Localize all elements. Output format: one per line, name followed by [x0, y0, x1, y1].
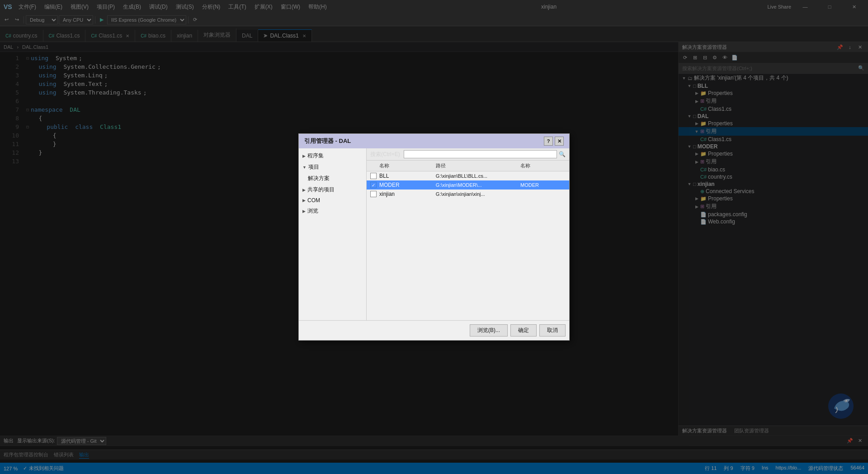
- bll-name: BLL: [379, 173, 436, 179]
- dialog-title-controls: ? ✕: [544, 137, 564, 146]
- dialog-help-button[interactable]: ?: [544, 137, 553, 146]
- col-name-header: 名称: [379, 162, 436, 169]
- dlg-browse-arrow: ▶: [302, 209, 306, 213]
- ok-button[interactable]: 确定: [510, 324, 537, 337]
- dlg-browse[interactable]: ▶ 浏览: [299, 205, 366, 217]
- xinjian-checkbox[interactable]: [370, 191, 377, 197]
- reference-manager-dialog: 引用管理器 - DAL ? ✕ ▶ 程序集 ▼ 项目 解决方案: [298, 133, 570, 341]
- dlg-item-moder[interactable]: ✓ MODER G:\xinjian\MODER\... MODER: [367, 180, 569, 190]
- dlg-com[interactable]: ▶ COM: [299, 195, 366, 205]
- dialog-item-list: BLL G:\xinjian\BLL\BLL.cs... ✓ MODER G:\…: [367, 171, 569, 320]
- dlg-assemblies[interactable]: ▶ 程序集: [299, 150, 366, 161]
- col-path-header: 路径: [436, 162, 520, 169]
- dialog-right-panel: 搜索(Ctrl+E) 🔍 名称 路径 名称 BLL G:\xinjian\BLL…: [367, 148, 569, 320]
- dialog-search-icon: 🔍: [559, 151, 566, 157]
- dialog-table-header: 名称 路径 名称: [367, 161, 569, 171]
- xinjian-path: G:\xinjian\xinjian\xinj...: [436, 191, 520, 197]
- bll-path: G:\xinjian\BLL\BLL.cs...: [436, 173, 520, 179]
- moder-path: G:\xinjian\MODER\...: [436, 182, 520, 188]
- dlg-arrow-icon: ▶: [302, 154, 306, 158]
- dialog-overlay: 引用管理器 - DAL ? ✕ ▶ 程序集 ▼ 项目 解决方案: [0, 0, 868, 474]
- dlg-item-xinjian[interactable]: xinjian G:\xinjian\xinjian\xinj...: [367, 190, 569, 199]
- moder-folder: MODER: [520, 182, 566, 188]
- dlg-item-bll[interactable]: BLL G:\xinjian\BLL\BLL.cs...: [367, 171, 569, 180]
- moder-checkbox[interactable]: ✓: [370, 182, 377, 188]
- dialog-left-tree: ▶ 程序集 ▼ 项目 解决方案 ▶ 共享的项目 ▶ COM: [299, 148, 367, 320]
- moder-name: MODER: [379, 182, 436, 188]
- dlg-com-arrow: ▶: [302, 198, 306, 203]
- cancel-button[interactable]: 取消: [539, 324, 566, 337]
- dialog-title-label: 引用管理器 - DAL: [304, 137, 351, 145]
- dlg-shared-arrow: ▶: [302, 188, 306, 192]
- dlg-projects[interactable]: ▼ 项目: [299, 161, 366, 173]
- dialog-search-label: 搜索(Ctrl+E): [370, 151, 400, 158]
- dlg-projects-arrow: ▼: [302, 165, 307, 170]
- dialog-title-bar: 引用管理器 - DAL ? ✕: [299, 134, 569, 148]
- dialog-body: ▶ 程序集 ▼ 项目 解决方案 ▶ 共享的项目 ▶ COM: [299, 148, 569, 320]
- dialog-footer: 浏览(B)... 确定 取消: [299, 320, 569, 340]
- xinjian-name: xinjian: [379, 191, 436, 197]
- browse-button[interactable]: 浏览(B)...: [470, 324, 508, 337]
- dialog-search-bar: 搜索(Ctrl+E) 🔍: [367, 148, 569, 161]
- col-folder-header: 名称: [520, 162, 566, 169]
- dlg-solution[interactable]: 解决方案: [299, 173, 366, 184]
- dialog-close-icon[interactable]: ✕: [555, 137, 564, 146]
- dialog-search-input[interactable]: [404, 150, 557, 158]
- bll-checkbox[interactable]: [370, 173, 377, 179]
- dlg-shared-projects[interactable]: ▶ 共享的项目: [299, 184, 366, 195]
